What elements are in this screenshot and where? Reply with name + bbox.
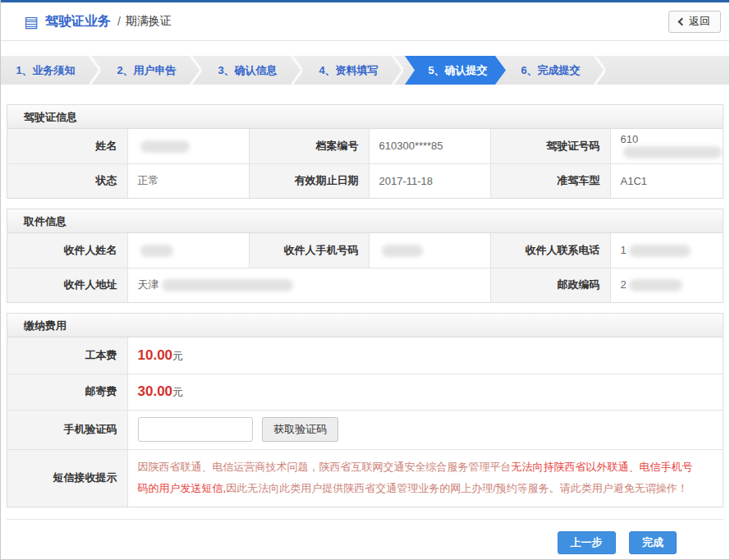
sms-notice-label: 短信接收提示 xyxy=(7,449,127,507)
table-row: 状态 正常 有效期止日期 2017-11-18 准驾车型 A1C1 xyxy=(7,163,723,198)
file-no-value: 610300****85 xyxy=(369,129,490,163)
step-1-notice: 1、业务须知 xyxy=(1,56,90,85)
sms-notice-value: 因陕西省联通、电信运营商技术问题，陕西省互联网交通安全综合服务管理平台无法向持陕… xyxy=(127,449,723,507)
file-no-label: 档案编号 xyxy=(249,129,369,163)
pickup-section-title: 取件信息 xyxy=(7,209,723,233)
license-no-label: 驾驶证号码 xyxy=(490,129,610,163)
license-section-title: 驾驶证信息 xyxy=(7,105,723,129)
recipient-mobile-value xyxy=(369,233,490,268)
chevron-left-icon xyxy=(678,17,686,25)
postal-code-value: 2 xyxy=(610,268,723,302)
table-row: 手机验证码 获取验证码 xyxy=(7,410,723,449)
redacted-text xyxy=(162,279,293,291)
get-captcha-button[interactable]: 获取验证码 xyxy=(262,417,338,442)
finish-button[interactable]: 完成 xyxy=(629,531,677,554)
status-label: 状态 xyxy=(7,163,127,198)
name-label: 姓名 xyxy=(7,129,127,163)
recipient-phone-value: 1 xyxy=(610,233,723,268)
postage-fee-unit: 元 xyxy=(172,386,183,398)
captcha-input[interactable] xyxy=(138,417,253,442)
fees-section-title: 缴纳费用 xyxy=(7,314,723,337)
recipient-name-value xyxy=(127,233,249,268)
captcha-cell: 获取验证码 xyxy=(127,410,723,449)
fees-table: 工本费 10.00元 邮寄费 30.00元 手机验证码 获取验证码 短信接收提 xyxy=(7,337,723,507)
recipient-address-label: 收件人地址 xyxy=(7,268,127,302)
postal-code-label: 邮政编码 xyxy=(490,268,610,302)
pickup-info-section: 取件信息 收件人姓名 收件人手机号码 收件人联系电话 1 收件人地址 天津 邮政… xyxy=(7,209,723,303)
previous-step-button[interactable]: 上一步 xyxy=(558,531,616,554)
footer-actions: 上一步 完成 xyxy=(1,520,729,554)
page-header: ▤ 驾驶证业务 / 期满换证 返回 xyxy=(1,2,729,41)
vehicle-type-value: A1C1 xyxy=(610,163,723,198)
name-value xyxy=(127,129,249,163)
back-button-label: 返回 xyxy=(689,14,710,29)
step-separator-icon xyxy=(191,56,203,85)
redacted-text xyxy=(140,245,173,257)
table-row: 收件人姓名 收件人手机号码 收件人联系电话 1 xyxy=(7,233,723,268)
back-button[interactable]: 返回 xyxy=(668,11,721,33)
recipient-mobile-label: 收件人手机号码 xyxy=(249,233,369,268)
license-info-table: 姓名 档案编号 610300****85 驾驶证号码 610 状态 正常 有效期… xyxy=(7,129,723,198)
recipient-name-label: 收件人姓名 xyxy=(7,233,127,268)
step-6-complete-submit: 6、完成提交 xyxy=(506,56,595,85)
license-info-section: 驾驶证信息 姓名 档案编号 610300****85 驾驶证号码 610 状态 … xyxy=(7,104,723,199)
recipient-address-value: 天津 xyxy=(127,268,490,302)
redacted-text xyxy=(382,245,423,257)
step-separator-icon xyxy=(292,56,304,85)
recipient-phone-label: 收件人联系电话 xyxy=(490,233,610,268)
production-fee-label: 工本费 xyxy=(7,337,127,374)
fees-section: 缴纳费用 工本费 10.00元 邮寄费 30.00元 手机验证码 获取验证码 xyxy=(7,313,723,507)
step-5-confirm-submit-active: 5、确认提交 xyxy=(405,56,506,85)
redacted-text xyxy=(629,279,682,291)
postage-fee-value: 30.00元 xyxy=(127,374,723,410)
table-row: 工本费 10.00元 xyxy=(7,337,723,374)
table-row: 收件人地址 天津 邮政编码 2 xyxy=(7,268,723,302)
valid-until-value: 2017-11-18 xyxy=(369,163,490,198)
stepbar-filler xyxy=(607,56,729,85)
step-separator-icon xyxy=(393,56,405,85)
postage-fee-amount: 30.00 xyxy=(138,383,173,399)
table-row: 短信接收提示 因陕西省联通、电信运营商技术问题，陕西省互联网交通安全综合服务管理… xyxy=(7,449,723,507)
table-row: 姓名 档案编号 610300****85 驾驶证号码 610 xyxy=(7,129,723,163)
redacted-text xyxy=(623,146,722,158)
breadcrumb-separator: / xyxy=(117,15,121,28)
step-3-confirm-info: 3、确认信息 xyxy=(203,56,292,85)
table-row: 邮寄费 30.00元 xyxy=(7,374,723,410)
license-no-value: 610 xyxy=(610,129,723,163)
step-4-fill-data: 4、资料填写 xyxy=(304,56,393,85)
valid-until-label: 有效期止日期 xyxy=(249,163,369,198)
status-value: 正常 xyxy=(127,163,249,198)
page: ▤ 驾驶证业务 / 期满换证 返回 1、业务须知 2、用户申告 3、确认信息 4… xyxy=(0,0,730,560)
captcha-label: 手机验证码 xyxy=(7,410,127,449)
sms-notice-text: 因陕西省联通、电信运营商技术问题，陕西省互联网交通安全综合服务管理平台无法向持陕… xyxy=(138,450,715,506)
vehicle-type-label: 准驾车型 xyxy=(490,163,610,198)
production-fee-unit: 元 xyxy=(172,350,183,362)
form-list-icon: ▤ xyxy=(24,14,39,30)
production-fee-value: 10.00元 xyxy=(127,337,723,374)
postage-fee-label: 邮寄费 xyxy=(7,374,127,410)
breadcrumb-current: 期满换证 xyxy=(126,14,172,29)
step-2-declaration: 2、用户申告 xyxy=(102,56,191,85)
redacted-text xyxy=(140,140,190,153)
step-wizard-bar: 1、业务须知 2、用户申告 3、确认信息 4、资料填写 5、确认提交 6、完成提… xyxy=(1,56,729,85)
page-title: 驾驶证业务 xyxy=(45,13,111,30)
step-separator-icon xyxy=(90,56,102,85)
step-separator-icon xyxy=(595,56,607,85)
pickup-info-table: 收件人姓名 收件人手机号码 收件人联系电话 1 收件人地址 天津 邮政编码 2 xyxy=(7,233,723,302)
redacted-text xyxy=(629,245,691,257)
production-fee-amount: 10.00 xyxy=(138,347,173,363)
